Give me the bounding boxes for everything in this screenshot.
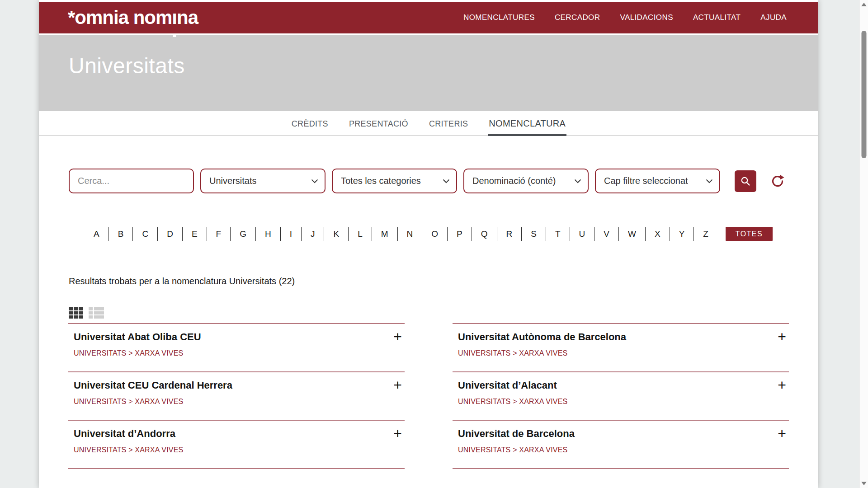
list-item: Universitat CEU Cardenal Herrera + UNIVE… bbox=[68, 371, 405, 420]
scrollbar-down-arrow-icon[interactable] bbox=[861, 482, 867, 485]
alpha-letter-q[interactable]: Q bbox=[472, 227, 497, 241]
expand-plus-icon[interactable]: + bbox=[393, 331, 405, 342]
alpha-letter-n[interactable]: N bbox=[398, 227, 422, 241]
alpha-letter-t[interactable]: T bbox=[546, 227, 570, 241]
item-category-path: UNIVERSITATS > XARXA VIVES bbox=[458, 446, 789, 454]
search-button[interactable] bbox=[735, 170, 756, 192]
alpha-letter-g[interactable]: G bbox=[231, 227, 255, 241]
alpha-letter-f[interactable]: F bbox=[207, 227, 231, 241]
tab-nomenclatura[interactable]: NOMENCLATURA bbox=[488, 118, 566, 136]
alpha-letter-h[interactable]: H bbox=[256, 227, 280, 241]
alpha-letter-m[interactable]: M bbox=[372, 227, 397, 241]
field-select[interactable]: Denominació (conté) bbox=[463, 169, 589, 193]
next-row-divider bbox=[68, 468, 405, 477]
alpha-letter-c[interactable]: C bbox=[133, 227, 157, 241]
item-title[interactable]: Universitat de Barcelona bbox=[458, 428, 575, 440]
chevron-down-icon bbox=[443, 179, 450, 183]
vertical-scrollbar[interactable] bbox=[859, 0, 868, 488]
item-category-path: UNIVERSITATS > XARXA VIVES bbox=[74, 349, 405, 357]
scope-select[interactable]: Universitats bbox=[200, 169, 326, 193]
list-item: Universitat d’Andorra + UNIVERSITATS > X… bbox=[68, 420, 405, 468]
item-category-path: UNIVERSITATS > XARXA VIVES bbox=[74, 398, 405, 406]
tab-criteris[interactable]: CRITERIS bbox=[428, 119, 469, 135]
alpha-letter-b[interactable]: B bbox=[109, 227, 133, 241]
list-item: Universitat Abat Oliba CEU + UNIVERSITAT… bbox=[68, 323, 405, 371]
expand-plus-icon[interactable]: + bbox=[393, 380, 405, 390]
grid-view-icon[interactable] bbox=[69, 307, 83, 319]
item-category-path: UNIVERSITATS > XARXA VIVES bbox=[458, 349, 789, 357]
refresh-icon bbox=[770, 174, 785, 188]
reset-button[interactable] bbox=[770, 174, 785, 189]
next-row-divider bbox=[453, 468, 789, 477]
chevron-down-icon bbox=[706, 179, 713, 183]
filter-bar: Universitats Totes les categories Denomi… bbox=[69, 169, 818, 193]
alpha-letter-y[interactable]: Y bbox=[670, 227, 694, 241]
search-input[interactable] bbox=[69, 169, 194, 193]
section-tabs: CRÈDITS PRESENTACIÓ CRITERIS NOMENCLATUR… bbox=[39, 111, 818, 136]
alpha-letter-j[interactable]: J bbox=[302, 227, 324, 241]
alpha-all-button[interactable]: TOTES bbox=[726, 227, 773, 241]
alpha-letter-v[interactable]: V bbox=[594, 227, 618, 241]
list-item: Universitat d’Alacant + UNIVERSITATS > X… bbox=[453, 371, 789, 420]
expand-plus-icon[interactable]: + bbox=[778, 380, 789, 390]
list-item: Universitat Autònoma de Barcelona + UNIV… bbox=[453, 323, 789, 371]
alpha-letter-d[interactable]: D bbox=[158, 227, 182, 241]
nav-item-validacions[interactable]: VALIDACIONS bbox=[620, 13, 673, 22]
applied-filter-select[interactable]: Cap filtre seleccionat bbox=[595, 169, 720, 193]
list-item: Universitat de Barcelona + UNIVERSITATS … bbox=[453, 420, 789, 468]
expand-plus-icon[interactable]: + bbox=[778, 331, 789, 342]
item-category-path: UNIVERSITATS > XARXA VIVES bbox=[74, 446, 405, 454]
chevron-down-icon bbox=[311, 179, 318, 183]
list-view-icon[interactable] bbox=[89, 307, 104, 319]
content-column: *omnia nomına NOMENCLATURES CERCADOR VAL… bbox=[39, 0, 818, 488]
top-header-bar: *omnia nomına NOMENCLATURES CERCADOR VAL… bbox=[39, 2, 818, 33]
logo-text-post: na bbox=[177, 7, 198, 28]
page-banner: Universitats bbox=[39, 35, 818, 111]
tab-presentacio[interactable]: PRESENTACIÓ bbox=[348, 119, 409, 135]
item-title[interactable]: Universitat Autònoma de Barcelona bbox=[458, 331, 626, 343]
page: *omnia nomına NOMENCLATURES CERCADOR VAL… bbox=[0, 0, 868, 488]
alphabet-filter: A B C D E F G H I J K L M N O P Q R S T … bbox=[39, 227, 818, 241]
page-title: Universitats bbox=[39, 35, 818, 78]
search-icon bbox=[740, 176, 751, 187]
results-summary: Resultats trobats per a la nomenclatura … bbox=[69, 276, 818, 286]
alpha-letter-e[interactable]: E bbox=[183, 227, 207, 241]
chevron-down-icon bbox=[574, 179, 581, 183]
expand-plus-icon[interactable]: + bbox=[393, 428, 405, 439]
item-category-path: UNIVERSITATS > XARXA VIVES bbox=[458, 398, 789, 406]
main-navigation: NOMENCLATURES CERCADOR VALIDACIONS ACTUA… bbox=[463, 13, 787, 22]
tab-credits[interactable]: CRÈDITS bbox=[291, 119, 329, 135]
nav-item-ajuda[interactable]: AJUDA bbox=[760, 13, 787, 22]
alpha-letter-w[interactable]: W bbox=[619, 227, 645, 241]
alpha-letter-x[interactable]: X bbox=[646, 227, 670, 241]
expand-plus-icon[interactable]: + bbox=[778, 428, 789, 439]
site-logo[interactable]: *omnia nomına bbox=[68, 2, 198, 33]
alpha-letter-r[interactable]: R bbox=[497, 227, 522, 241]
alpha-letter-i[interactable]: I bbox=[281, 227, 301, 241]
item-title[interactable]: Universitat d’Andorra bbox=[74, 428, 175, 440]
logo-dotted-i: ı bbox=[172, 2, 177, 33]
scope-select-value: Universitats bbox=[209, 176, 256, 186]
nav-item-cercador[interactable]: CERCADOR bbox=[555, 13, 600, 22]
nav-item-nomenclatures[interactable]: NOMENCLATURES bbox=[463, 13, 535, 22]
alpha-letter-s[interactable]: S bbox=[522, 227, 546, 241]
nav-item-actualitat[interactable]: ACTUALITAT bbox=[693, 13, 741, 22]
item-title[interactable]: Universitat Abat Oliba CEU bbox=[74, 331, 201, 343]
scrollbar-up-arrow-icon[interactable] bbox=[861, 3, 867, 6]
item-title[interactable]: Universitat d’Alacant bbox=[458, 380, 557, 391]
field-select-value: Denominació (conté) bbox=[472, 176, 556, 186]
scrollbar-thumb[interactable] bbox=[862, 31, 867, 158]
logo-text-pre: *omnia nom bbox=[68, 7, 172, 28]
category-select[interactable]: Totes les categories bbox=[332, 169, 457, 193]
category-select-value: Totes les categories bbox=[341, 176, 421, 186]
item-title[interactable]: Universitat CEU Cardenal Herrera bbox=[74, 380, 232, 391]
alpha-letter-p[interactable]: P bbox=[448, 227, 472, 241]
alpha-letter-a[interactable]: A bbox=[85, 227, 108, 241]
applied-filter-select-value: Cap filtre seleccionat bbox=[604, 176, 688, 186]
alpha-letter-o[interactable]: O bbox=[422, 227, 447, 241]
alpha-letter-z[interactable]: Z bbox=[694, 227, 717, 241]
results-list: Universitat Abat Oliba CEU + UNIVERSITAT… bbox=[68, 323, 789, 477]
alpha-letter-k[interactable]: K bbox=[324, 227, 348, 241]
alpha-letter-u[interactable]: U bbox=[570, 227, 594, 241]
alpha-letter-l[interactable]: L bbox=[349, 227, 372, 241]
